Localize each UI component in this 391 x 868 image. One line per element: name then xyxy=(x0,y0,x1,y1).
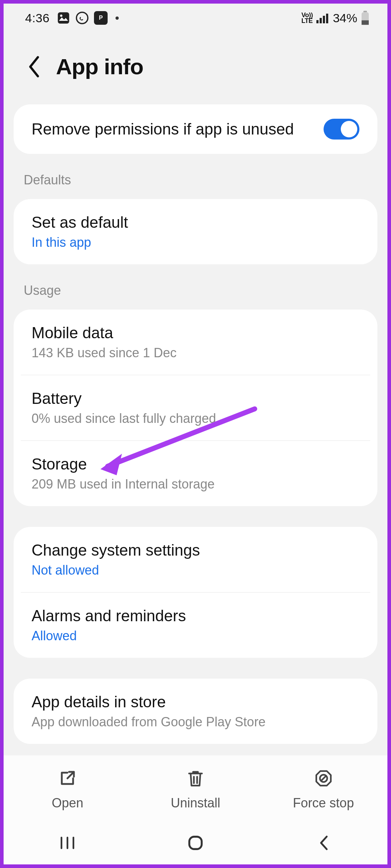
svg-rect-0 xyxy=(58,12,69,24)
svg-rect-3 xyxy=(316,20,319,23)
nav-back-button[interactable] xyxy=(311,836,336,850)
open-button[interactable]: Open xyxy=(4,768,131,811)
battery-title: Battery xyxy=(32,390,359,407)
battery-sub: 0% used since last fully charged xyxy=(32,411,359,426)
system-perms-card: Change system settings Not allowed Alarm… xyxy=(14,527,377,658)
open-icon xyxy=(57,768,78,789)
mobile-data-sub: 143 KB used since 1 Dec xyxy=(32,345,359,360)
stop-icon xyxy=(313,768,334,789)
set-as-default-title: Set as default xyxy=(32,213,359,231)
page-title: App info xyxy=(56,54,143,79)
battery-icon xyxy=(361,11,369,25)
svg-rect-9 xyxy=(362,20,369,25)
battery-row[interactable]: Battery 0% used since last fully charged xyxy=(14,375,377,440)
remove-permissions-row[interactable]: Remove permissions if app is unused xyxy=(14,104,377,154)
usage-card: Mobile data 143 KB used since 1 Dec Batt… xyxy=(14,310,377,506)
home-button[interactable] xyxy=(183,836,208,850)
defaults-section-label: Defaults xyxy=(14,154,377,199)
set-as-default-row[interactable]: Set as default In this app xyxy=(14,199,377,264)
force-stop-button[interactable]: Force stop xyxy=(260,768,387,811)
mobile-data-row[interactable]: Mobile data 143 KB used since 1 Dec xyxy=(14,310,377,375)
action-bar: Open Uninstall Force stop xyxy=(4,755,387,821)
storage-title: Storage xyxy=(32,455,359,473)
status-clock: 4:36 xyxy=(25,11,50,25)
open-label: Open xyxy=(52,796,83,811)
svg-rect-4 xyxy=(320,18,322,23)
alarms-reminders-title: Alarms and reminders xyxy=(32,607,359,625)
svg-line-13 xyxy=(321,776,326,781)
remove-permissions-card: Remove permissions if app is unused xyxy=(14,104,377,154)
whatsapp-icon xyxy=(75,11,89,25)
set-as-default-sub: In this app xyxy=(32,235,359,250)
usage-section-label: Usage xyxy=(14,264,377,310)
back-button[interactable] xyxy=(25,58,43,76)
recents-button[interactable] xyxy=(55,836,80,850)
svg-rect-17 xyxy=(189,837,202,849)
change-system-settings-title: Change system settings xyxy=(32,541,359,559)
app-details-card: App details in store App downloaded from… xyxy=(14,679,377,744)
storage-row[interactable]: Storage 209 MB used in Internal storage xyxy=(14,441,377,506)
battery-percent: 34% xyxy=(333,11,357,25)
uninstall-button[interactable]: Uninstall xyxy=(132,768,259,811)
svg-point-2 xyxy=(76,12,88,24)
navigation-bar xyxy=(4,821,387,864)
status-bar: 4:36 P Vo))LTE 34% xyxy=(4,4,387,32)
alarms-reminders-sub: Allowed xyxy=(32,628,359,643)
alarms-reminders-row[interactable]: Alarms and reminders Allowed xyxy=(14,593,377,658)
storage-sub: 209 MB used in Internal storage xyxy=(32,477,359,492)
app-details-row[interactable]: App details in store App downloaded from… xyxy=(14,679,377,744)
mobile-data-title: Mobile data xyxy=(32,324,359,342)
svg-rect-6 xyxy=(326,14,328,23)
svg-rect-7 xyxy=(363,11,367,12)
defaults-card: Set as default In this app xyxy=(14,199,377,264)
change-system-settings-row[interactable]: Change system settings Not allowed xyxy=(14,527,377,592)
force-stop-label: Force stop xyxy=(293,796,354,811)
trash-icon xyxy=(185,768,206,789)
gallery-icon xyxy=(57,11,70,25)
app-details-title: App details in store xyxy=(32,693,359,711)
more-notifications-icon xyxy=(116,16,119,20)
svg-point-1 xyxy=(60,15,62,17)
uninstall-label: Uninstall xyxy=(171,796,220,811)
app-details-sub: App downloaded from Google Play Store xyxy=(32,714,359,730)
paytm-icon: P xyxy=(94,11,108,25)
svg-rect-5 xyxy=(323,16,325,23)
remove-permissions-toggle[interactable] xyxy=(324,119,359,140)
volte-icon: Vo))LTE xyxy=(301,12,313,24)
page-header: App info xyxy=(4,32,387,104)
change-system-settings-sub: Not allowed xyxy=(32,563,359,578)
signal-icon xyxy=(316,13,329,23)
remove-permissions-label: Remove permissions if app is unused xyxy=(32,120,320,138)
